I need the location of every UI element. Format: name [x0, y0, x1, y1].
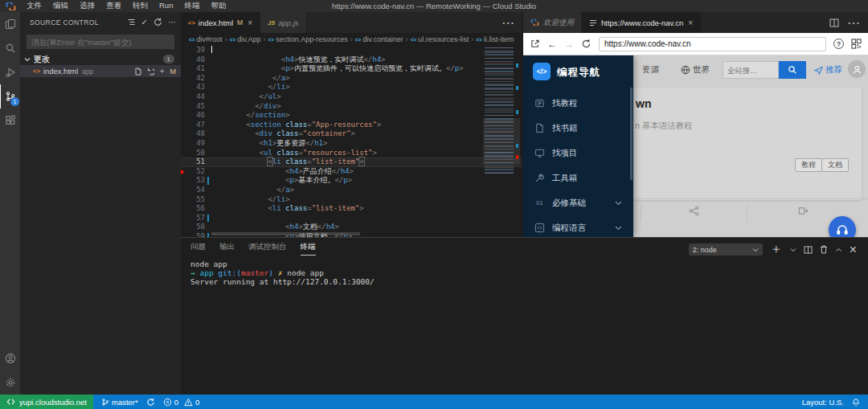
- menu-help[interactable]: 帮助: [205, 1, 231, 10]
- code-line[interactable]: 57: [181, 214, 522, 223]
- tab-problems[interactable]: 问题: [190, 242, 206, 256]
- share-icon[interactable]: [689, 206, 699, 216]
- horizontal-scrollbar[interactable]: [211, 232, 360, 235]
- scm-view-list-icon[interactable]: [127, 18, 136, 27]
- site-search-input[interactable]: [723, 61, 779, 79]
- menu-terminal[interactable]: 终端: [178, 1, 205, 10]
- tag-chip[interactable]: 文档: [821, 158, 849, 172]
- breadcrumb-item[interactable]: section.App-resources: [276, 35, 348, 43]
- extensions-icon[interactable]: [0, 108, 20, 133]
- tab-simple-browser[interactable]: https://www.code-nav.cn ×: [582, 12, 701, 33]
- tab-output[interactable]: 输出: [219, 242, 235, 256]
- site-nav-world[interactable]: 世界: [681, 64, 710, 76]
- back-icon[interactable]: ←: [547, 39, 557, 49]
- open-link-icon[interactable]: [798, 206, 809, 216]
- explorer-icon[interactable]: [0, 12, 20, 36]
- stage-changes-icon[interactable]: ＋: [158, 66, 166, 76]
- site-nav-resources[interactable]: 资源: [642, 64, 659, 76]
- code-line[interactable]: 58 <h4>文档</h4>: [181, 223, 522, 232]
- maximize-panel-icon[interactable]: [835, 247, 842, 252]
- menu-view[interactable]: 查看: [100, 1, 127, 10]
- code-line[interactable]: 47 <section class="App-resources">: [181, 121, 522, 130]
- site-logo-icon[interactable]: </>: [533, 63, 551, 80]
- drawer-item-projects[interactable]: 找项目: [523, 141, 633, 166]
- terminal-content[interactable]: node app→ app git:(master) ✗ node appSer…: [190, 260, 375, 286]
- minimap[interactable]: [485, 46, 518, 211]
- code-editor[interactable]: 3940 <h4>快速预览，实时调试</h4>41 <p>内置预览插件，可以快速…: [181, 46, 522, 237]
- tab-welcome[interactable]: 欢迎使用: [523, 12, 582, 33]
- run-debug-icon[interactable]: [0, 60, 20, 84]
- discard-changes-icon[interactable]: [146, 67, 154, 76]
- site-search-button[interactable]: [779, 61, 806, 79]
- drawer-item-languages[interactable]: 编程语言: [523, 215, 633, 237]
- close-icon[interactable]: ×: [248, 18, 252, 27]
- tab-index-html[interactable]: <> index.html M ×: [181, 12, 260, 33]
- account-icon[interactable]: [0, 346, 20, 370]
- code-line[interactable]: 56 <li class="list-item">: [181, 204, 522, 214]
- menu-selection[interactable]: 选择: [74, 1, 100, 10]
- qr-code-icon[interactable]: [851, 39, 862, 49]
- code-line[interactable]: 49 <h1>更多资源</h1>: [181, 139, 522, 149]
- code-line[interactable]: 51 <li class="list-item">: [181, 157, 522, 167]
- layout-indicator[interactable]: Layout: U.S.: [802, 398, 844, 407]
- address-bar[interactable]: [599, 37, 826, 51]
- sync-indicator[interactable]: [146, 398, 155, 407]
- code-line[interactable]: 39: [181, 46, 522, 55]
- code-line[interactable]: 40 <h4>快速预览，实时调试</h4>: [181, 55, 522, 65]
- kill-terminal-icon[interactable]: [820, 245, 828, 254]
- code-line[interactable]: 46 </section>: [181, 111, 522, 121]
- problems-indicator[interactable]: 0 0: [163, 398, 200, 407]
- menu-file[interactable]: 文件: [21, 1, 47, 10]
- menu-edit[interactable]: 编辑: [47, 1, 74, 10]
- breadcrumb-item[interactable]: div.App: [237, 35, 260, 43]
- drawer-item-books[interactable]: 找书籍: [523, 116, 633, 141]
- scm-changes-row[interactable]: 更改 1: [20, 53, 181, 65]
- code-line[interactable]: 43 </li>: [181, 83, 522, 92]
- code-line[interactable]: 55 </li>: [181, 195, 522, 205]
- site-brand[interactable]: 编程导航: [557, 66, 600, 80]
- tab-debug-console[interactable]: 调试控制台: [248, 242, 287, 256]
- menu-run[interactable]: Run: [154, 1, 178, 10]
- code-line[interactable]: 48 <div class="container">: [181, 129, 522, 139]
- help-icon[interactable]: ?: [833, 39, 844, 49]
- scm-file-row[interactable]: <> index.html app ＋ M: [20, 65, 181, 77]
- settings-gear-icon[interactable]: [0, 370, 20, 395]
- forward-icon[interactable]: →: [564, 39, 574, 49]
- menu-go[interactable]: 转到: [127, 1, 154, 10]
- editor-more-actions-icon[interactable]: ⋯: [502, 15, 514, 31]
- site-recommend-link[interactable]: 推荐: [814, 64, 842, 76]
- open-external-icon[interactable]: [530, 39, 540, 49]
- drawer-item-tutorials[interactable]: 找教程: [523, 91, 633, 116]
- reload-icon[interactable]: [581, 39, 592, 49]
- tag-chip[interactable]: 教程: [795, 158, 822, 172]
- close-icon[interactable]: ×: [688, 18, 693, 27]
- code-line[interactable]: 50 <ul class="resources-list">: [181, 149, 522, 158]
- code-line[interactable]: 54 </a>: [181, 186, 522, 195]
- code-line[interactable]: 53 <p>基本介绍。</p>: [181, 176, 522, 186]
- minimap-slider[interactable]: [483, 118, 520, 165]
- split-editor-icon[interactable]: [829, 18, 839, 27]
- drawer-item-toolbox[interactable]: 工具箱: [523, 166, 633, 190]
- code-line[interactable]: 44 </ul>: [181, 92, 522, 102]
- scm-commit-icon[interactable]: ✓: [141, 18, 148, 27]
- code-line[interactable]: 52 <h4>产品介绍</h4>: [181, 167, 522, 177]
- avatar[interactable]: [848, 60, 866, 78]
- scm-message-input[interactable]: [27, 35, 174, 49]
- breadcrumb-item[interactable]: div#root: [197, 35, 223, 43]
- tab-app-js[interactable]: JS app.js: [260, 12, 307, 33]
- breadcrumb-item[interactable]: ul.resources-list: [418, 35, 469, 43]
- code-line[interactable]: 45 </div>: [181, 102, 522, 112]
- breadcrumb-item[interactable]: li.list-item: [484, 35, 514, 43]
- remote-indicator[interactable]: yupi.cloudstudio.net: [0, 395, 93, 409]
- drawer-item-basics[interactable]: 01必修基础: [523, 190, 633, 215]
- bell-icon[interactable]: [852, 398, 860, 407]
- terminal-dropdown-icon[interactable]: [790, 247, 796, 252]
- split-terminal-icon[interactable]: [804, 246, 813, 254]
- branch-indicator[interactable]: master*: [101, 398, 138, 407]
- customer-service-button[interactable]: [829, 216, 856, 237]
- close-panel-icon[interactable]: ×: [850, 243, 857, 257]
- scm-more-icon[interactable]: ⋯: [168, 18, 176, 27]
- open-file-icon[interactable]: [134, 67, 142, 76]
- more-actions-icon[interactable]: ⋯: [847, 15, 860, 31]
- terminal-select[interactable]: 2: node: [689, 243, 763, 256]
